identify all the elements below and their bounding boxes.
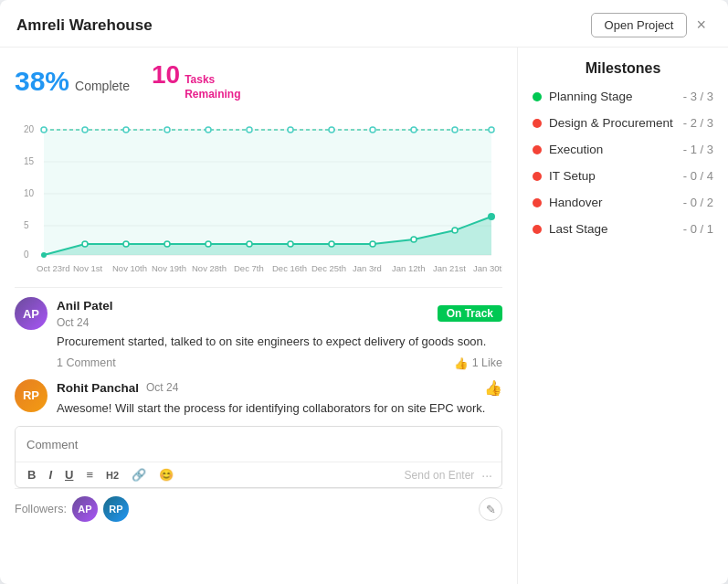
reply-like-icon[interactable]: 👍 (484, 379, 502, 397)
milestone-name: Handover (549, 196, 676, 209)
emoji-button[interactable]: 😊 (156, 466, 176, 483)
reply-item: RP Rohit Panchal Oct 24 👍 Awesome! Will … (15, 379, 502, 418)
milestone-count: - 1 / 3 (683, 143, 713, 156)
svg-text:Jan 12th: Jan 12th (392, 263, 425, 273)
milestone-name: Last Stage (549, 222, 676, 236)
milestone-dot (533, 119, 542, 128)
svg-point-20 (370, 241, 375, 247)
reply-date: Oct 24 (146, 381, 178, 394)
comment-box: B I U ≡ H2 🔗 😊 Send on Enter ··· (15, 426, 502, 488)
stat-percent: 38% (15, 66, 69, 97)
svg-point-17 (247, 241, 252, 247)
card-body: 38% Complete 10 TasksRemaining 20 15 10 … (0, 48, 728, 584)
close-button[interactable]: × (691, 14, 712, 37)
svg-point-31 (329, 127, 334, 133)
toolbar-more-icon[interactable]: ··· (481, 468, 492, 483)
send-hint: Send on Enter (405, 469, 475, 482)
milestone-item: Execution - 1 / 3 (533, 143, 713, 156)
italic-button[interactable]: I (46, 466, 55, 483)
svg-point-28 (206, 127, 211, 133)
chart-container: 20 15 10 5 0 (15, 116, 502, 276)
avatar-anil: AP (15, 297, 47, 330)
activity-item: AP Anil Patel Oct 24 On Track Procuremen… (15, 297, 502, 370)
svg-text:Oct 23rd: Oct 23rd (37, 263, 69, 273)
open-project-button[interactable]: Open Project (591, 13, 688, 37)
activity-name: Anil Patel (57, 299, 113, 313)
activity-content: Anil Patel Oct 24 On Track Procurement s… (57, 297, 502, 370)
card-title: Amreli Warehouse (16, 16, 153, 35)
stats-row: 38% Complete 10 TasksRemaining (15, 60, 502, 101)
svg-point-21 (411, 237, 417, 242)
svg-point-19 (329, 241, 334, 247)
like-button[interactable]: 👍 1 Like (454, 356, 502, 370)
milestone-count: - 0 / 1 (683, 222, 713, 236)
svg-point-27 (164, 127, 170, 133)
right-panel: Milestones Planning Stage - 3 / 3 Design… (518, 48, 728, 584)
list-button[interactable]: ≡ (83, 466, 96, 483)
svg-point-12 (41, 252, 47, 258)
comment-input[interactable] (16, 427, 501, 462)
thumbs-up-icon: 👍 (454, 356, 469, 370)
svg-point-16 (206, 241, 211, 247)
svg-point-25 (82, 127, 88, 133)
bold-button[interactable]: B (25, 466, 38, 483)
stat-tasks-label: TasksRemaining (185, 73, 240, 101)
svg-text:20: 20 (24, 124, 35, 134)
svg-point-13 (82, 241, 88, 247)
followers-label: Followers: (15, 503, 67, 515)
svg-point-26 (123, 127, 129, 133)
svg-text:Dec 16th: Dec 16th (272, 263, 307, 273)
milestone-count: - 0 / 4 (683, 169, 713, 183)
milestone-item: IT Setup - 0 / 4 (533, 169, 713, 183)
svg-point-33 (411, 127, 417, 133)
left-panel: 38% Complete 10 TasksRemaining 20 15 10 … (0, 48, 518, 584)
milestone-dot (533, 172, 542, 181)
burndown-chart: 20 15 10 5 0 (15, 116, 502, 276)
milestone-item: Planning Stage - 3 / 3 (533, 90, 713, 103)
heading-button[interactable]: H2 (103, 468, 121, 483)
activity-footer: 1 Comment 👍 1 Like (57, 356, 502, 370)
svg-text:Jan 30th: Jan 30th (473, 263, 502, 273)
activity-header: Anil Patel Oct 24 On Track (57, 297, 502, 330)
milestone-name: Design & Procurement (549, 116, 676, 130)
milestones-list: Planning Stage - 3 / 3 Design & Procurem… (533, 90, 713, 236)
svg-text:Nov 28th: Nov 28th (192, 263, 227, 273)
followers-row: Followers: AP RP ✎ (15, 488, 502, 526)
svg-point-15 (164, 241, 170, 247)
activity-name-date: Anil Patel Oct 24 (57, 297, 113, 330)
stat-complete: 38% Complete (15, 66, 130, 97)
edit-followers-button[interactable]: ✎ (479, 497, 502, 521)
svg-text:Jan 3rd: Jan 3rd (353, 263, 382, 273)
activity-section: AP Anil Patel Oct 24 On Track Procuremen… (15, 287, 502, 526)
milestone-name: Execution (549, 143, 676, 156)
link-button[interactable]: 🔗 (129, 466, 149, 483)
svg-point-32 (370, 127, 375, 133)
svg-point-30 (288, 127, 293, 133)
svg-text:Nov 10th: Nov 10th (112, 263, 147, 273)
follower-avatar-ap: AP (72, 496, 98, 522)
svg-point-35 (489, 127, 494, 133)
svg-text:0: 0 (24, 250, 29, 260)
svg-point-23 (488, 213, 495, 220)
svg-text:15: 15 (24, 156, 35, 166)
milestone-item: Design & Procurement - 2 / 3 (533, 116, 713, 130)
follower-avatar-rp: RP (103, 496, 129, 522)
on-track-badge: On Track (438, 305, 502, 322)
milestone-dot (533, 225, 542, 234)
comment-count: 1 Comment (57, 356, 116, 369)
milestone-dot (533, 198, 542, 207)
svg-text:5: 5 (24, 220, 29, 230)
reply-name: Rohit Panchal (57, 381, 139, 395)
milestone-count: - 2 / 3 (683, 116, 713, 130)
svg-text:Jan 21st: Jan 21st (433, 263, 466, 273)
svg-point-29 (247, 127, 252, 133)
svg-point-24 (41, 127, 47, 133)
milestone-count: - 0 / 2 (683, 196, 713, 209)
like-count: 1 Like (472, 356, 502, 369)
svg-point-22 (452, 228, 458, 233)
svg-point-18 (288, 241, 293, 247)
milestone-name: Planning Stage (549, 90, 676, 103)
comment-toolbar: B I U ≡ H2 🔗 😊 Send on Enter ··· (16, 462, 501, 487)
underline-button[interactable]: U (62, 466, 76, 483)
reply-text: Awesome! Will start the process for iden… (57, 399, 502, 418)
